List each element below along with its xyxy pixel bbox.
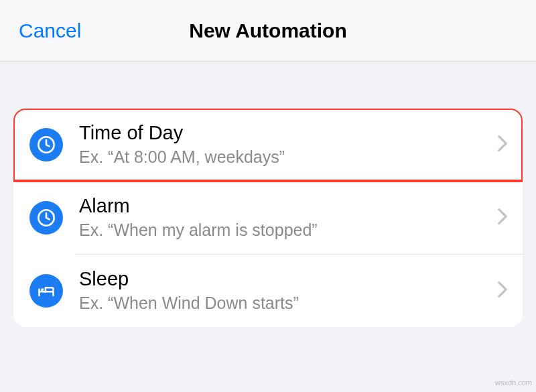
trigger-title: Sleep: [79, 267, 489, 291]
trigger-time-of-day[interactable]: Time of Day Ex. “At 8:00 AM, weekdays”: [13, 109, 523, 181]
trigger-text: Sleep Ex. “When Wind Down starts”: [79, 267, 489, 315]
trigger-subtitle: Ex. “When Wind Down starts”: [79, 292, 489, 315]
trigger-text: Alarm Ex. “When my alarm is stopped”: [79, 194, 489, 242]
chevron-right-icon: [497, 208, 508, 228]
watermark: wsxdn.com: [495, 379, 532, 387]
navigation-bar: Cancel New Automation: [0, 0, 536, 62]
cancel-button[interactable]: Cancel: [0, 19, 81, 42]
trigger-sleep[interactable]: Sleep Ex. “When Wind Down starts”: [13, 255, 523, 327]
page-title: New Automation: [189, 19, 347, 42]
trigger-list: Time of Day Ex. “At 8:00 AM, weekdays” A…: [13, 109, 523, 327]
trigger-subtitle: Ex. “At 8:00 AM, weekdays”: [79, 146, 489, 169]
trigger-text: Time of Day Ex. “At 8:00 AM, weekdays”: [79, 121, 489, 169]
clock-icon: [29, 201, 63, 235]
trigger-title: Time of Day: [79, 121, 489, 145]
content-area: Time of Day Ex. “At 8:00 AM, weekdays” A…: [0, 62, 536, 340]
trigger-title: Alarm: [79, 194, 489, 218]
svg-point-2: [41, 288, 44, 291]
chevron-right-icon: [497, 281, 508, 301]
chevron-right-icon: [497, 135, 508, 155]
clock-icon: [29, 128, 63, 161]
trigger-alarm[interactable]: Alarm Ex. “When my alarm is stopped”: [13, 182, 523, 254]
bed-icon: [29, 274, 63, 308]
trigger-subtitle: Ex. “When my alarm is stopped”: [79, 219, 489, 242]
